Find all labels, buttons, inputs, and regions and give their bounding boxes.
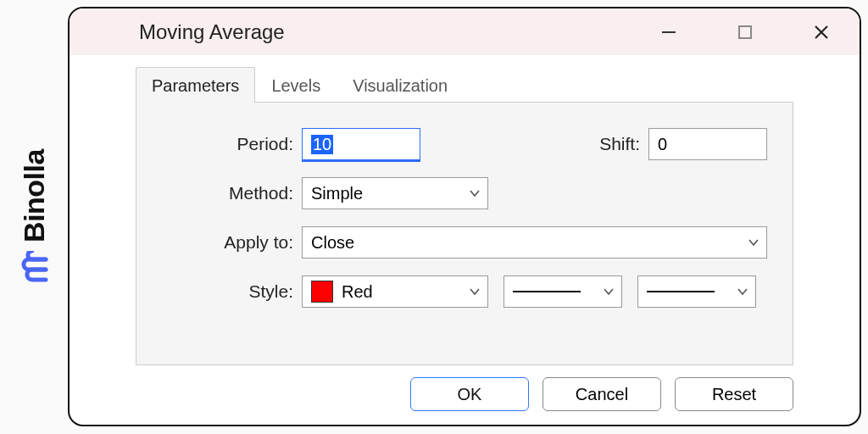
style-label: Style: bbox=[162, 281, 302, 302]
dialog-footer: OK Cancel Reset bbox=[70, 365, 860, 425]
titlebar: Moving Average bbox=[70, 8, 860, 55]
method-combo[interactable]: Simple bbox=[302, 177, 488, 209]
cancel-button[interactable]: Cancel bbox=[542, 377, 661, 411]
brand-name: Binolla bbox=[18, 149, 51, 242]
maximize-icon bbox=[737, 25, 753, 40]
brand-logo-icon bbox=[17, 251, 51, 285]
reset-button[interactable]: Reset bbox=[675, 377, 793, 411]
chevron-down-icon bbox=[601, 284, 616, 299]
moving-average-dialog: Moving Average Parameters Levels Visuali… bbox=[68, 7, 861, 426]
shift-input[interactable]: 0 bbox=[648, 128, 767, 160]
tab-visualization[interactable]: Visualization bbox=[337, 67, 464, 103]
color-swatch bbox=[311, 281, 333, 303]
chevron-down-icon bbox=[746, 235, 761, 250]
style-width-combo[interactable] bbox=[637, 275, 756, 308]
close-icon bbox=[813, 24, 830, 41]
chevron-down-icon bbox=[735, 284, 750, 299]
line-dash-sample bbox=[513, 291, 601, 292]
style-color-value: Red bbox=[342, 282, 373, 302]
maximize-button[interactable] bbox=[707, 8, 783, 55]
apply-label: Apply to: bbox=[162, 232, 302, 253]
shift-label: Shift: bbox=[599, 134, 640, 154]
close-button[interactable] bbox=[783, 8, 860, 55]
method-label: Method: bbox=[162, 183, 302, 203]
minimize-icon bbox=[660, 24, 677, 41]
apply-combo[interactable]: Close bbox=[302, 226, 767, 259]
style-color-combo[interactable]: Red bbox=[302, 275, 488, 308]
style-dash-combo[interactable] bbox=[504, 275, 622, 308]
period-input[interactable]: 10 bbox=[302, 128, 420, 160]
chevron-down-icon bbox=[467, 186, 482, 201]
brand-watermark: Binolla bbox=[0, 0, 68, 434]
method-value: Simple bbox=[311, 184, 363, 203]
tab-parameters[interactable]: Parameters bbox=[136, 67, 255, 103]
svg-rect-1 bbox=[739, 26, 751, 38]
apply-value: Close bbox=[311, 233, 354, 253]
tabstrip: Parameters Levels Visualization bbox=[136, 65, 793, 103]
period-label: Period: bbox=[162, 134, 302, 154]
period-value: 10 bbox=[311, 135, 333, 154]
chevron-down-icon bbox=[467, 284, 482, 299]
parameters-panel: Period: 10 Shift: 0 Method: bbox=[136, 103, 793, 365]
tab-levels[interactable]: Levels bbox=[255, 67, 337, 103]
shift-value: 0 bbox=[658, 135, 667, 154]
minimize-button[interactable] bbox=[631, 8, 707, 55]
ok-button[interactable]: OK bbox=[410, 377, 529, 411]
window-title: Moving Average bbox=[139, 20, 285, 44]
line-width-sample bbox=[647, 291, 735, 292]
